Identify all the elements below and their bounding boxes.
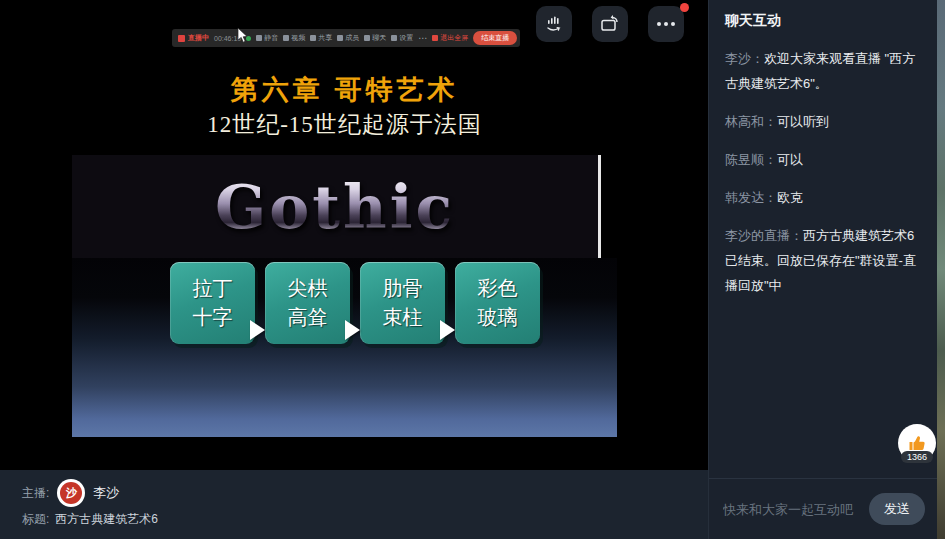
seal-stamp-icon: 沙 (60, 482, 82, 504)
chat-message: 林高和：可以听到 (725, 109, 921, 134)
popout-window-icon (599, 14, 621, 34)
toolbar-item-label: 成员 (345, 33, 359, 43)
flow-box-line: 拉丁 (193, 275, 233, 302)
chat-panel: 聊天互动 李沙：欢迎大家来观看直播 "西方古典建筑艺术6"。 林高和：可以听到 … (708, 0, 937, 539)
toolbar-item-settings[interactable]: 设置 (391, 33, 413, 43)
gear-icon (391, 35, 397, 41)
main-stage: 直播中 00:46:10 静音 视频 共享 成员 聊天 (0, 0, 708, 470)
chat-text: 可以 (777, 152, 803, 167)
exit-icon (432, 35, 438, 41)
flow-box-line: 彩色 (478, 275, 518, 302)
stream-title-label: 标题: (22, 511, 49, 528)
end-live-button[interactable]: 结束直播 (473, 31, 517, 45)
host-name: 李沙 (93, 484, 119, 502)
toolbar-item-label: 聊天 (372, 33, 386, 43)
more-button[interactable] (648, 6, 684, 42)
chat-message: 李沙的直播：西方古典建筑艺术6 已结束。回放已保存在"群设置-直播回放"中 (725, 223, 921, 298)
gothic-banner-image: Gothic (72, 155, 601, 258)
mouse-cursor (237, 28, 249, 44)
popout-window-button[interactable] (592, 6, 628, 42)
chat-message-list[interactable]: 李沙：欢迎大家来观看直播 "西方古典建筑艺术6"。 林高和：可以听到 陈昱顺：可… (709, 36, 937, 298)
voice-interpretation-button[interactable] (536, 6, 572, 42)
voice-interpretation-icon (544, 14, 564, 34)
flow-box-pointed-arch: 尖栱 高耸 (265, 262, 350, 344)
chat-input-bar: 发送 (709, 478, 937, 539)
chat-username: 李沙： (725, 51, 764, 66)
send-button[interactable]: 发送 (869, 493, 925, 525)
chat-text: 可以听到 (777, 114, 829, 129)
host-avatar: 沙 (57, 479, 85, 507)
slide-chapter-title: 第六章 哥特艺术 (72, 72, 617, 108)
camera-icon (283, 35, 289, 41)
share-screen-icon (310, 35, 316, 41)
flow-box-latin-cross: 拉丁 十字 (170, 262, 255, 344)
toolbar-more-button[interactable]: ⋯ (418, 34, 427, 43)
flow-box-stained-glass: 彩色 玻璃 (455, 262, 540, 344)
toolbar-item-share[interactable]: 共享 (310, 33, 332, 43)
chat-username: 陈昱顺： (725, 152, 777, 167)
toolbar-item-label: 设置 (399, 33, 413, 43)
host-label: 主播: (22, 485, 49, 502)
notification-dot (680, 3, 689, 12)
slide-subtitle: 12世纪-15世纪起源于法国 (72, 109, 617, 140)
chat-message: 韩发达：欧克 (725, 185, 921, 210)
chat-username: 韩发达： (725, 190, 777, 205)
toolbar-brand-label: 直播中 (188, 33, 209, 43)
chat-text: 欧克 (777, 190, 803, 205)
flow-box-line: 十字 (193, 304, 233, 331)
chat-bubble-icon (364, 35, 370, 41)
flow-box-line: 尖栱 (288, 275, 328, 302)
toolbar-exit-fullscreen-button[interactable]: 退出全屏 (432, 33, 468, 43)
desktop-wallpaper-strip (937, 0, 945, 539)
meeting-logo-icon (178, 35, 185, 42)
toolbar-item-camera[interactable]: 视频 (283, 33, 305, 43)
flow-box-line: 束柱 (383, 304, 423, 331)
chat-username: 李沙的直播： (725, 228, 803, 243)
toolbar-item-label: 静音 (264, 33, 278, 43)
stream-controls (536, 6, 684, 42)
host-row: 主播: 沙 李沙 (22, 478, 708, 508)
flow-arrow-icon (440, 320, 455, 340)
like-count-badge: 1366 (901, 451, 933, 463)
toolbar-item-label: 共享 (318, 33, 332, 43)
title-row: 标题: 西方古典建筑艺术6 (22, 511, 708, 528)
chat-panel-title: 聊天互动 (709, 0, 937, 36)
chat-message: 陈昱顺：可以 (725, 147, 921, 172)
chat-input[interactable] (721, 501, 861, 518)
flow-arrow-icon (250, 320, 265, 340)
share-toolbar: 直播中 00:46:10 静音 视频 共享 成员 聊天 (172, 29, 520, 47)
flow-box-line: 高耸 (288, 304, 328, 331)
chat-message: 李沙：欢迎大家来观看直播 "西方古典建筑艺术6"。 (725, 46, 921, 96)
toolbar-item-label: 视频 (291, 33, 305, 43)
gothic-word: Gothic (215, 172, 455, 242)
live-stream-window: 直播中 00:46:10 静音 视频 共享 成员 聊天 (0, 0, 945, 539)
toolbar-item-members[interactable]: 成员 (337, 33, 359, 43)
toolbar-exit-label: 退出全屏 (440, 33, 468, 43)
members-icon (337, 35, 343, 41)
mic-icon (256, 35, 262, 41)
stream-title-value: 西方古典建筑艺术6 (55, 511, 158, 528)
toolbar-item-chat[interactable]: 聊天 (364, 33, 386, 43)
toolbar-brand: 直播中 (178, 33, 209, 43)
stream-info-bar: 主播: 沙 李沙 标题: 西方古典建筑艺术6 (0, 470, 708, 539)
like-button[interactable]: 1366 (898, 424, 936, 462)
chat-username: 林高和： (725, 114, 777, 129)
flow-box-line: 玻璃 (478, 304, 518, 331)
more-icon (657, 22, 675, 26)
flow-box-rib-vault: 肋骨 束柱 (360, 262, 445, 344)
flow-arrow-icon (345, 320, 360, 340)
toolbar-item-mute[interactable]: 静音 (256, 33, 278, 43)
thumb-up-icon (907, 433, 927, 453)
flow-box-line: 肋骨 (383, 275, 423, 302)
